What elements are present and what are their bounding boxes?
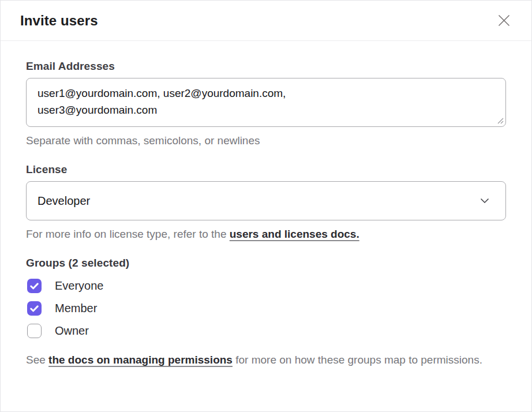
close-button[interactable] [494,12,513,30]
check-icon [30,283,39,290]
license-helper-prefix: For more info on license type, refer to … [26,228,230,240]
owner-checkbox[interactable] [27,324,42,338]
owner-checkbox-label: Owner [55,324,89,338]
everyone-checkbox-label: Everyone [55,279,104,293]
modal-title: Invite users [20,13,98,29]
invite-users-modal: Invite users Email Addresses user1@yourd… [0,0,532,412]
everyone-checkbox[interactable] [27,279,42,293]
check-icon [30,305,39,312]
groups-note: See the docs on managing permissions for… [26,351,506,368]
groups-label: Groups (2 selected) [26,257,506,269]
member-checkbox-label: Member [55,301,97,316]
modal-header: Invite users [1,1,531,41]
groups-note-suffix: for more on how these groups map to perm… [233,354,482,366]
license-label: License [26,163,506,176]
managing-permissions-docs-link[interactable]: the docs on managing permissions [48,354,233,366]
group-row-member[interactable]: Member [27,301,506,316]
email-addresses-input[interactable]: user1@yourdomain.com, user2@yourdomain.c… [26,78,506,127]
email-helper-text: Separate with commas, semicolons, or new… [26,134,506,147]
license-selected-value: Developer [38,194,90,208]
group-row-owner[interactable]: Owner [27,324,506,338]
email-textarea-wrap: user1@yourdomain.com, user2@yourdomain.c… [26,78,506,127]
groups-note-prefix: See [26,354,48,366]
email-addresses-label: Email Addresses [26,60,506,73]
chevron-down-icon [480,198,489,204]
users-licenses-docs-link[interactable]: users and licenses docs. [230,228,359,240]
license-helper-text: For more info on license type, refer to … [26,228,506,241]
license-select[interactable]: Developer [26,181,506,220]
modal-body: Email Addresses user1@yourdomain.com, us… [1,41,531,368]
group-row-everyone[interactable]: Everyone [27,279,506,293]
close-icon [497,13,511,28]
member-checkbox[interactable] [27,301,42,316]
